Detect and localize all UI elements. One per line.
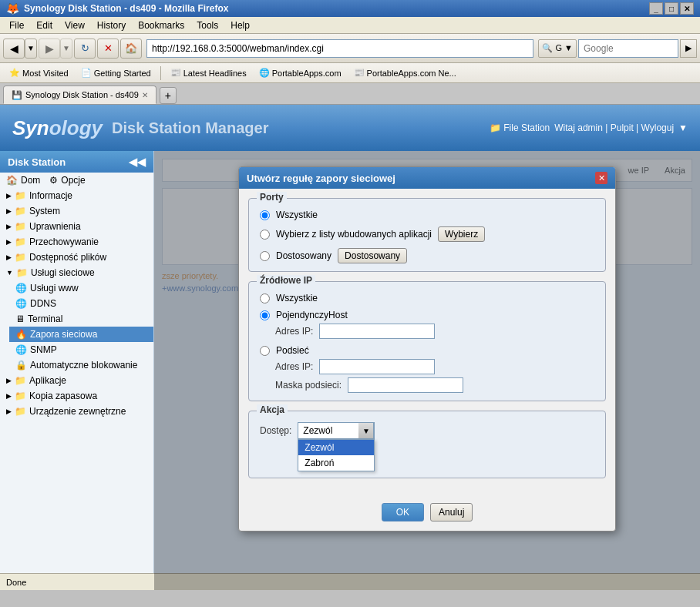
file-station-link[interactable]: 📁 File Station <box>490 122 550 133</box>
folder-icon-app: 📁 <box>15 375 26 386</box>
menu-bar: File Edit View History Bookmarks Tools H… <box>0 17 700 34</box>
ports-section: Porty Wszystkie Wybierz z listy wbudo <box>248 198 606 272</box>
ports-custom-row: Dostosowany Dostosowany <box>260 248 594 263</box>
menu-file[interactable]: File <box>3 18 30 32</box>
sidebar-item-dom[interactable]: 🏠 Dom ⚙ Opcje <box>0 173 153 188</box>
maska-input[interactable] <box>348 377 463 393</box>
dostosowany-button[interactable]: Dostosowany <box>338 248 407 263</box>
menu-tools[interactable]: Tools <box>190 18 224 32</box>
menu-history[interactable]: History <box>91 18 132 32</box>
ports-all-label[interactable]: Wszystkie <box>276 210 318 220</box>
ip-single-radio[interactable] <box>260 310 270 320</box>
new-tab-button[interactable]: + <box>160 87 177 104</box>
sidebar-item-uprawnienia[interactable]: ▶ 📁 Uprawnienia <box>0 219 153 234</box>
bookmark-portableapps[interactable]: 🌐 PortableApps.com <box>254 66 346 79</box>
folder-icon-dos: 📁 <box>15 252 26 263</box>
ip-all-label[interactable]: Wszystkie <box>276 293 318 304</box>
back-button[interactable]: ◀ <box>3 39 25 59</box>
maximize-button[interactable]: □ <box>665 2 678 15</box>
forward-button[interactable]: ▶ <box>39 39 60 59</box>
bookmark-getting-started[interactable]: 📄 Getting Started <box>76 66 156 79</box>
options-icon: ⚙ <box>49 175 58 186</box>
sidebar-item-terminal[interactable]: 🖥 Terminal <box>9 311 153 327</box>
dialog-footer: OK Anuluj <box>239 497 615 531</box>
forward-dropdown[interactable]: ▼ <box>60 39 72 59</box>
sidebar-item-ddns[interactable]: 🌐 DDNS <box>9 296 153 311</box>
status-text: Done <box>6 578 26 587</box>
sidebar-item-dostepnosc[interactable]: ▶ 📁 Dostępność plików <box>0 250 153 265</box>
dialog-close-button[interactable]: ✕ <box>595 172 607 184</box>
expand-icon-app: ▶ <box>6 377 12 384</box>
expand-icon-system: ▶ <box>6 207 12 215</box>
user-menu-icon[interactable]: ▼ <box>678 122 688 133</box>
nav-forward-group: ▶ ▼ <box>39 39 72 59</box>
sidebar-item-informacje[interactable]: ▶ 📁 Informacje <box>0 188 153 203</box>
ip-all-radio[interactable] <box>260 293 270 304</box>
folder-icon-kop: 📁 <box>15 391 26 401</box>
search-engine-selector[interactable]: 🔍 G ▼ <box>538 39 577 58</box>
search-bar[interactable] <box>578 39 678 58</box>
refresh-button[interactable]: ↻ <box>74 39 96 59</box>
firewall-icon: 🔥 <box>15 329 27 340</box>
option-zezwol[interactable]: Zezwól <box>298 440 374 455</box>
bookmark-most-visited[interactable]: ⭐ Most Visited <box>5 66 73 79</box>
ip-single-input-row: Adres IP: <box>275 324 594 339</box>
sidebar-item-kopia[interactable]: ▶ 📁 Kopia zapasowa <box>0 388 153 404</box>
address-bar[interactable] <box>146 39 533 58</box>
sidebar-item-przechowywanie[interactable]: ▶ 📁 Przechowywanie <box>0 234 153 250</box>
sidebar-item-urzadzenie[interactable]: ▶ 📁 Urządzenie zewnętrzne <box>0 404 153 419</box>
modal-overlay: Utwórz regułę zapory sieciowej ✕ Porty W… <box>154 151 700 590</box>
adres-ip-input1[interactable] <box>319 324 435 339</box>
sidebar-item-autoblok[interactable]: 🔒 Automatyczne blokowanie <box>9 357 153 373</box>
close-button[interactable]: ✕ <box>680 2 694 15</box>
ports-custom-label[interactable]: Dostosowany <box>276 250 331 261</box>
sidebar-item-snmp[interactable]: 🌐 SNMP <box>9 342 153 357</box>
source-ip-label: Źródłowe IP <box>257 275 315 286</box>
ports-all-row: Wszystkie <box>260 210 594 220</box>
menu-help[interactable]: Help <box>224 18 256 32</box>
sidebar-item-zapora[interactable]: 🔥 Zapora sieciowa <box>9 327 153 342</box>
ip-subnet-radio[interactable] <box>260 346 270 356</box>
wybierz-button[interactable]: Wybierz <box>438 226 485 242</box>
menu-bookmarks[interactable]: Bookmarks <box>132 18 190 32</box>
bookmark-headlines[interactable]: 📰 Latest Headlines <box>166 66 251 79</box>
sidebar-sub-section: 🌐 Usługi www 🌐 DDNS 🖥 Terminal 🔥 Zapora … <box>0 280 153 373</box>
firefox-icon: 🦊 <box>6 2 19 15</box>
ports-label: Porty <box>257 192 287 203</box>
cancel-button[interactable]: Anuluj <box>430 503 473 521</box>
title-bar: 🦊 Synology Disk Station - ds409 - Mozill… <box>0 0 700 17</box>
ports-app-label[interactable]: Wybierz z listy wbudowanych aplikacji <box>276 229 432 240</box>
ok-button[interactable]: OK <box>382 503 424 521</box>
dropdown-arrow-icon: ▼ <box>358 422 374 439</box>
home-button[interactable]: 🏠 <box>120 39 142 59</box>
ports-custom-radio[interactable] <box>260 251 270 261</box>
minimize-button[interactable]: _ <box>649 2 663 15</box>
adres-ip-input2[interactable] <box>319 359 435 374</box>
dialog-titlebar: Utwórz regułę zapory sieciowej ✕ <box>239 167 615 189</box>
dialog-body: Porty Wszystkie Wybierz z listy wbudo <box>239 189 615 497</box>
stop-button[interactable]: ✕ <box>97 39 119 59</box>
bookmark-page-icon: 📄 <box>81 68 92 78</box>
bookmark-globe-icon: 🌐 <box>259 68 270 78</box>
menu-view[interactable]: View <box>59 18 91 32</box>
tab-close-button[interactable]: ✕ <box>142 91 148 99</box>
expand-icon-us: ▼ <box>6 269 13 277</box>
ports-all-radio[interactable] <box>260 210 270 220</box>
ip-single-label[interactable]: PojendynczyHost <box>276 310 348 320</box>
ports-app-radio[interactable] <box>260 230 270 240</box>
option-zabroni[interactable]: Zabroń <box>298 455 374 471</box>
tab-label: Synology Disk Station - ds409 <box>25 90 139 99</box>
active-tab[interactable]: 💾 Synology Disk Station - ds409 ✕ <box>3 86 156 104</box>
sidebar-item-aplikacje[interactable]: ▶ 📁 Aplikacje <box>0 373 153 388</box>
globe-icon: 🌐 <box>15 283 27 293</box>
sidebar-item-system[interactable]: ▶ 📁 System <box>0 203 153 219</box>
dostep-dropdown-display[interactable]: Zezwól ▼ <box>298 422 375 439</box>
search-go-button[interactable]: ▶ <box>680 39 697 58</box>
ip-subnet-label[interactable]: Podsieć <box>276 345 309 356</box>
back-dropdown[interactable]: ▼ <box>25 39 37 59</box>
menu-edit[interactable]: Edit <box>30 18 59 32</box>
sidebar-collapse-button[interactable]: ◀◀ <box>129 156 146 168</box>
sidebar-item-uslugi-www[interactable]: 🌐 Usługi www <box>9 280 153 296</box>
bookmark-portableapps2[interactable]: 📰 PortableApps.com Ne... <box>349 66 461 79</box>
sidebar-item-uslugi[interactable]: ▼ 📁 Usługi sieciowe <box>0 265 153 280</box>
